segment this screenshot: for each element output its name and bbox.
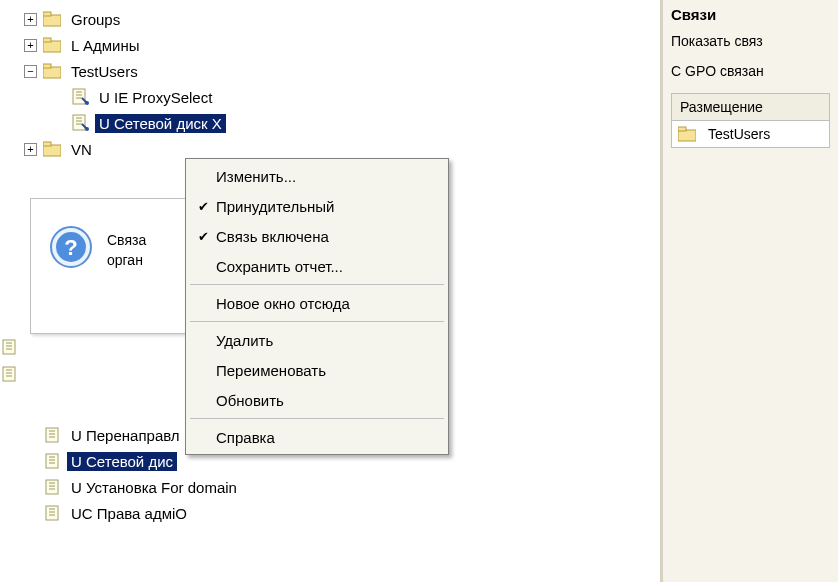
tree-label: UC Права адмiO [67, 504, 191, 523]
tree-label-selected: U Сетевой диск X [95, 114, 226, 133]
svg-rect-15 [3, 340, 15, 354]
menu-delete[interactable]: Удалить [188, 325, 446, 355]
gpo-link-icon [71, 88, 89, 106]
folder-icon [43, 37, 61, 53]
menu-separator [190, 284, 444, 285]
menu-save-report[interactable]: Сохранить отчет... [188, 251, 446, 281]
right-title: Связи [671, 6, 830, 23]
svg-point-7 [85, 101, 89, 105]
pane-gpo-icons [0, 338, 22, 382]
svg-rect-17 [46, 428, 58, 442]
menu-separator [190, 321, 444, 322]
right-pane: Связи Показать связ С GPO связан Размеще… [660, 0, 838, 582]
svg-rect-0 [43, 15, 61, 26]
svg-rect-1 [43, 12, 51, 16]
svg-rect-11 [43, 142, 51, 146]
tree-view[interactable]: + Groups + L Админы − [0, 6, 660, 162]
help-icon: ? [49, 225, 93, 269]
svg-point-9 [85, 127, 89, 131]
context-menu[interactable]: Изменить... ✔Принудительный ✔Связь включ… [185, 158, 449, 455]
menu-edit[interactable]: Изменить... [188, 161, 446, 191]
grid-row[interactable]: TestUsers [672, 121, 829, 147]
menu-separator [190, 418, 444, 419]
svg-rect-4 [43, 67, 61, 78]
info-text: Связа орган [107, 225, 146, 270]
right-gpo-links: С GPO связан [671, 63, 830, 79]
folder-icon [43, 141, 61, 157]
svg-rect-18 [46, 454, 58, 468]
gpo-icon [0, 338, 18, 356]
tree-label-selected: U Сетевой дис [67, 452, 177, 471]
svg-text:?: ? [64, 235, 77, 260]
svg-rect-19 [46, 480, 58, 494]
menu-refresh[interactable]: Обновить [188, 385, 446, 415]
svg-rect-6 [73, 89, 85, 104]
right-show-links: Показать связ [671, 33, 830, 49]
tree-label: VN [67, 140, 96, 159]
svg-rect-22 [678, 127, 686, 131]
svg-rect-21 [678, 130, 696, 141]
gpo-icon [43, 426, 61, 444]
grid-cell: TestUsers [708, 126, 770, 142]
svg-rect-5 [43, 64, 51, 68]
menu-rename[interactable]: Переименовать [188, 355, 446, 385]
svg-rect-16 [3, 367, 15, 381]
tree-item-groups[interactable]: + Groups [0, 6, 660, 32]
expand-icon[interactable]: + [24, 13, 37, 26]
check-icon: ✔ [194, 229, 212, 244]
collapse-icon[interactable]: − [24, 65, 37, 78]
tree-item-install-domain[interactable]: U Установка For domain [0, 474, 241, 500]
grid-header-location[interactable]: Размещение [672, 94, 829, 121]
info-line1: Связа [107, 231, 146, 251]
svg-rect-10 [43, 145, 61, 156]
gpo-icon [0, 365, 18, 383]
folder-icon [43, 63, 61, 79]
tree-item-l-admins[interactable]: + L Админы [0, 32, 660, 58]
folder-icon [678, 126, 696, 142]
svg-rect-8 [73, 115, 85, 130]
tree-item-testusers[interactable]: − TestUsers [0, 58, 660, 84]
check-icon: ✔ [194, 199, 212, 214]
svg-rect-3 [43, 38, 51, 42]
gpo-icon [43, 452, 61, 470]
tree-label: U Перенаправл [67, 426, 184, 445]
tree-label: U Установка For domain [67, 478, 241, 497]
tree-item-proxyselect[interactable]: U IE ProxySelect [0, 84, 660, 110]
tree-label: U IE ProxySelect [95, 88, 216, 107]
gpo-link-icon [71, 114, 89, 132]
tree-label: Groups [67, 10, 124, 29]
tree-label: L Админы [67, 36, 143, 55]
info-line2: орган [107, 251, 146, 271]
gpo-icon [43, 478, 61, 496]
tree-item-uc-rights[interactable]: UC Права адмiO [0, 500, 241, 526]
tree-label: TestUsers [67, 62, 142, 81]
menu-new-window[interactable]: Новое окно отсюда [188, 288, 446, 318]
menu-help[interactable]: Справка [188, 422, 446, 452]
tree-item-network-disk[interactable]: U Сетевой диск X [0, 110, 660, 136]
svg-rect-2 [43, 41, 61, 52]
expand-icon[interactable]: + [24, 143, 37, 156]
svg-rect-20 [46, 506, 58, 520]
menu-link-enabled[interactable]: ✔Связь включена [188, 221, 446, 251]
menu-enforced[interactable]: ✔Принудительный [188, 191, 446, 221]
links-grid[interactable]: Размещение TestUsers [671, 93, 830, 148]
folder-icon [43, 11, 61, 27]
expand-icon[interactable]: + [24, 39, 37, 52]
gpo-icon [43, 504, 61, 522]
